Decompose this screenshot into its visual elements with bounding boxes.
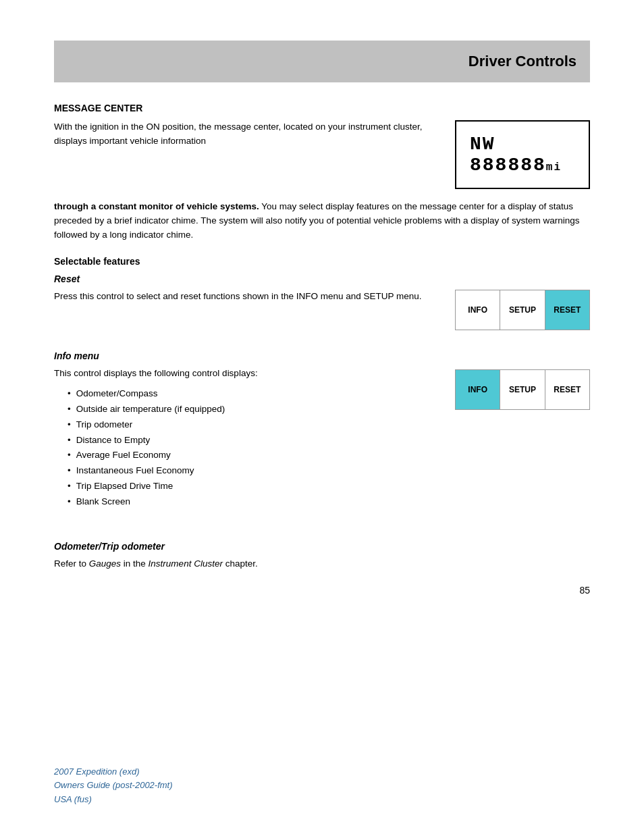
odometer-heading: Odometer/Trip odometer bbox=[54, 541, 590, 552]
info-layout: This control displays the following cont… bbox=[54, 367, 590, 521]
list-item: Average Fuel Economy bbox=[68, 448, 435, 463]
intro-continuation: through a constant monitor of vehicle sy… bbox=[54, 200, 590, 242]
list-item: Blank Screen bbox=[68, 494, 435, 510]
footer: 2007 Expedition (exd) Owners Guide (post… bbox=[54, 765, 173, 807]
info-menu-heading: Info menu bbox=[54, 350, 590, 361]
refer-post: chapter. bbox=[223, 558, 258, 569]
refer-italic1: Gauges bbox=[89, 558, 121, 569]
list-item: Trip Elapsed Drive Time bbox=[68, 479, 435, 494]
info-info-button[interactable]: INFO bbox=[456, 370, 500, 409]
reset-text: Press this control to select and reset f… bbox=[54, 290, 435, 304]
footer-line3: USA (fus) bbox=[54, 793, 173, 807]
list-item: Distance to Empty bbox=[68, 433, 435, 448]
reset-info-button[interactable]: INFO bbox=[456, 290, 500, 330]
refer-italic2: Instrument Cluster bbox=[149, 558, 223, 569]
section-heading-message-center: MESSAGE CENTER bbox=[54, 103, 590, 113]
info-setup-button[interactable]: SETUP bbox=[500, 370, 545, 409]
info-text: This control displays the following cont… bbox=[54, 367, 435, 381]
odometer-section: Odometer/Trip odometer Refer to Gauges i… bbox=[54, 541, 590, 571]
page-container: Driver Controls MESSAGE CENTER With the … bbox=[0, 0, 644, 834]
header-banner: Driver Controls bbox=[54, 41, 590, 82]
footer-line2: Owners Guide (post-2002-fmt) bbox=[54, 779, 173, 793]
refer-text: Refer to Gauges in the Instrument Cluste… bbox=[54, 557, 590, 571]
subheading-selectable: Selectable features bbox=[54, 256, 590, 267]
list-item: Trip odometer bbox=[68, 417, 435, 433]
intro-layout: With the ignition in the ON position, th… bbox=[54, 120, 590, 189]
reset-setup-button[interactable]: SETUP bbox=[500, 290, 545, 330]
intro-para1: With the ignition in the ON position, th… bbox=[54, 122, 423, 146]
info-bullet-list: Odometer/Compass Outside air temperature… bbox=[68, 386, 435, 511]
list-item: Instantaneous Fuel Economy bbox=[68, 463, 435, 479]
page-number: 85 bbox=[54, 585, 590, 596]
display-box: NW 888888mi bbox=[455, 120, 590, 189]
intro-text: With the ignition in the ON position, th… bbox=[54, 120, 435, 149]
refer-pre: Refer to bbox=[54, 558, 89, 569]
reset-heading: Reset bbox=[54, 273, 590, 284]
footer-line1: 2007 Expedition (exd) bbox=[54, 765, 173, 779]
list-item: Outside air temperature (if equipped) bbox=[68, 402, 435, 417]
display-reading: NW 888888mi bbox=[470, 134, 575, 176]
info-reset-button[interactable]: RESET bbox=[545, 370, 589, 409]
display-unit: mi bbox=[546, 161, 562, 174]
page-title: Driver Controls bbox=[468, 53, 576, 70]
reset-button-group: INFO SETUP RESET bbox=[455, 290, 590, 330]
reset-reset-button[interactable]: RESET bbox=[545, 290, 589, 330]
info-button-group: INFO SETUP RESET bbox=[455, 369, 590, 410]
refer-mid: in the bbox=[121, 558, 149, 569]
list-item: Odometer/Compass bbox=[68, 386, 435, 402]
intro-bold-inline: through a constant monitor of vehicle sy… bbox=[54, 201, 259, 211]
info-column: This control displays the following cont… bbox=[54, 367, 435, 521]
reset-layout: Press this control to select and reset f… bbox=[54, 290, 590, 330]
display-value: NW 888888 bbox=[470, 134, 546, 176]
